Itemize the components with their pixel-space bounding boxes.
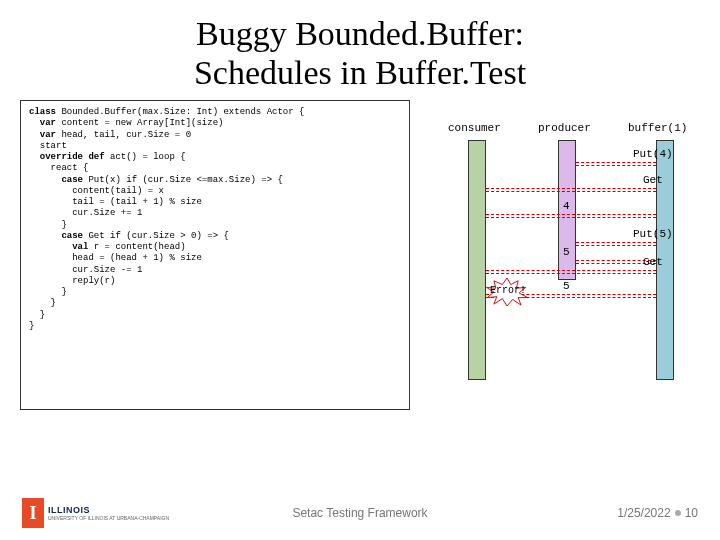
logo-subtext: UNIVERSITY OF ILLINOIS AT URBANA-CHAMPAI… — [48, 515, 169, 521]
code: cur.Size -= 1 — [29, 265, 142, 275]
title-line-2: Schedules in Buffer.Test — [194, 54, 526, 91]
logo-text: ILLINOIS — [48, 505, 169, 515]
footer-date: 1/25/2022 — [617, 506, 670, 520]
header-buffer: buffer(1) — [628, 122, 687, 134]
label-put4: Put(4) — [633, 148, 673, 160]
header-consumer: consumer — [448, 122, 501, 134]
code: reply(r) — [29, 276, 115, 286]
code: } — [29, 220, 67, 230]
msg-put4 — [576, 162, 656, 166]
main-content: class Bounded.Buffer(max.Size: Int) exte… — [0, 100, 720, 410]
code: tail = (tail + 1) % size — [29, 197, 202, 207]
msg-put5 — [576, 242, 656, 246]
kw: override def — [29, 152, 110, 162]
code: cur.Size += 1 — [29, 208, 142, 218]
value-5b: 5 — [563, 280, 570, 292]
kw: class — [29, 107, 61, 117]
slide-title: Buggy Bounded.Buffer: Schedules in Buffe… — [0, 0, 720, 100]
code: react { — [29, 163, 88, 173]
msg-get1 — [486, 188, 656, 192]
code: } — [29, 321, 34, 331]
error-label: Error! — [490, 285, 526, 296]
code: head = (head + 1) % size — [29, 253, 202, 263]
lane-consumer — [468, 140, 486, 380]
code: start — [29, 141, 67, 151]
footer-page: 10 — [685, 506, 698, 520]
footer-caption: Setac Testing Framework — [292, 506, 427, 520]
kw: case — [29, 231, 88, 241]
header-producer: producer — [538, 122, 591, 134]
kw: var — [29, 118, 61, 128]
code: head, tail, cur.Size = 0 — [61, 130, 191, 140]
code: Get if (cur.Size > 0) => { — [88, 231, 228, 241]
code: act() = loop { — [110, 152, 186, 162]
sequence-diagram: consumer producer buffer(1) Put(4) Get 4… — [418, 100, 700, 410]
kw: case — [29, 175, 88, 185]
code: } — [29, 287, 67, 297]
kw: val — [29, 242, 94, 252]
code: content = new Array[Int](size) — [61, 118, 223, 128]
footer-meta: 1/25/2022 10 — [617, 506, 698, 520]
slide-footer: I ILLINOIS UNIVERSITY OF ILLINOIS AT URB… — [0, 498, 720, 528]
code: r = content(head) — [94, 242, 186, 252]
logo-i-icon: I — [22, 498, 44, 528]
code: Put(x) if (cur.Size <=max.Size) => { — [88, 175, 282, 185]
code: content(tail) = x — [29, 186, 164, 196]
code: Bounded.Buffer(max.Size: Int) extends Ac… — [61, 107, 304, 117]
title-line-1: Buggy Bounded.Buffer: — [196, 15, 524, 52]
kw: var — [29, 130, 61, 140]
label-put5: Put(5) — [633, 228, 673, 240]
label-get1: Get — [643, 174, 663, 186]
code: } — [29, 310, 45, 320]
code: } — [29, 298, 56, 308]
logo-text-wrap: ILLINOIS UNIVERSITY OF ILLINOIS AT URBAN… — [48, 505, 169, 521]
illinois-logo: I ILLINOIS UNIVERSITY OF ILLINOIS AT URB… — [22, 498, 169, 528]
msg-get2 — [486, 270, 656, 274]
value-5a: 5 — [563, 246, 570, 258]
msg-return4 — [486, 214, 656, 218]
label-get2: Get — [643, 256, 663, 268]
bullet-icon — [675, 510, 681, 516]
code-listing: class Bounded.Buffer(max.Size: Int) exte… — [20, 100, 410, 410]
value-4: 4 — [563, 200, 570, 212]
